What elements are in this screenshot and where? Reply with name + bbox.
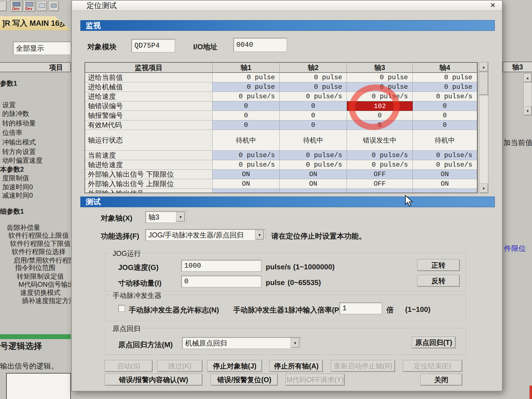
monitor-value-cell: ON [280, 179, 347, 189]
inching-input[interactable]: 0 [181, 276, 261, 287]
action-button[interactable]: 关闭 [420, 374, 462, 386]
action-button[interactable]: 停止对象轴(J) [207, 360, 262, 372]
action-button: M代码OFF请求(Y) [286, 374, 345, 386]
opr-start-button[interactable]: 原点回归(T) [412, 337, 456, 348]
monitor-value-cell: 待机中 [213, 130, 280, 151]
jog-group-label: JOG运行 [110, 249, 143, 258]
bg-scroll-down-icon[interactable]: ▼ [523, 106, 532, 115]
function-select-label: 功能选择(F) [101, 231, 139, 241]
table-row: 外部输入输出信号 [85, 189, 477, 193]
mpg-enable-label: 手动脉冲发生器允许标志(N) [129, 305, 219, 315]
logic-section-text: 输出信号的逻辑。 [0, 361, 58, 371]
tree-item[interactable]: 冲输出模式 [2, 138, 36, 147]
dialog-titlebar[interactable]: 定位测试 ✕ [72, 1, 502, 11]
monitor-value-cell: OFF [347, 179, 413, 189]
tree-item[interactable]: 软件行程限位上限值 [8, 231, 69, 240]
monitor-value-cell: 0 [347, 120, 413, 130]
mpg-enable-checkbox[interactable] [118, 305, 125, 312]
monitor-section-label: 监视 [86, 20, 101, 31]
target-axis-combo[interactable]: 轴3 ▼ [145, 211, 186, 223]
monitor-value-cell: 0 pulse/s [213, 151, 280, 160]
jog-forward-button[interactable]: 正转 [417, 259, 460, 271]
jog-reverse-button[interactable]: 反转 [417, 275, 460, 287]
tree-item[interactable]: 速度切换模式 [20, 288, 60, 297]
monitor-scroll-down-icon[interactable]: ▼ [479, 184, 488, 193]
jog-speed-unit: pulse/s [266, 263, 291, 271]
jog-speed-label: JOG速度(G) [118, 263, 158, 272]
monitor-value-cell: 0 pulse/s [413, 151, 477, 160]
monitor-value-cell: 0 pulse [280, 82, 347, 92]
table-row: 轴错误编号001020 [85, 101, 477, 111]
tree-item[interactable]: 插补速度指定方法 [22, 296, 71, 305]
monitor-value-cell: 0 pulse/s [413, 92, 477, 101]
monitor-value-cell: 0 [413, 111, 477, 120]
tree-item[interactable]: 软件行程限位下限值 [10, 239, 71, 248]
chevron-down-icon[interactable]: ▼ [291, 338, 300, 348]
project-tree: 参数1设置的脉冲数转的移动量位倍率冲输出模式转方向设置动时偏置速度本参数2度限制… [0, 0, 71, 333]
monitor-value-cell: 0 pulse/s [280, 92, 347, 101]
tree-item[interactable]: 设置 [2, 101, 16, 109]
opr-method-combo[interactable]: 机械原点回归 ▼ [182, 337, 301, 349]
monitor-value-cell: 0 [213, 120, 280, 130]
monitor-row-label: 轴报警编号 [85, 111, 213, 120]
monitor-value-cell: 0 pulse/s [280, 151, 347, 160]
monitor-scroll-thumb[interactable] [479, 72, 488, 95]
mpg-magnification-input[interactable]: 1 [339, 302, 382, 314]
inching-unit: pulse [266, 278, 285, 287]
chevron-down-icon[interactable]: ▼ [176, 212, 185, 222]
table-row: 轴报警编号0000 [85, 111, 477, 120]
monitor-col-header: 监视项目 [85, 63, 213, 73]
table-row: 进给机械值0 pulse0 pulse0 pulse0 pulse [85, 82, 477, 92]
monitor-scroll-up-icon[interactable]: ▲ [479, 62, 488, 72]
chevron-down-icon[interactable]: ▼ [255, 230, 264, 240]
tree-item[interactable]: 软件行程限位选择 [12, 247, 66, 256]
module-field[interactable]: QD75P4 [131, 39, 175, 52]
tree-item[interactable]: 转方向设置 [2, 147, 36, 156]
mpg-group-label: 手动脉冲发生器 [110, 291, 164, 300]
monitor-value-cell: 0 [213, 101, 280, 111]
monitor-value-cell: 0 [413, 120, 477, 130]
monitor-value-cell: 0 pulse/s [213, 92, 280, 101]
tree-item[interactable]: 动时偏置速度 [2, 156, 43, 165]
monitor-table: 监视项目轴1轴2轴3轴4进给当前值0 pulse0 pulse0 pulse0 … [85, 62, 478, 193]
tree-item[interactable]: 本参数2 [0, 165, 24, 174]
function-select-combo[interactable]: JOG/手动脉冲发生器/原点回归 ▼ [145, 229, 265, 241]
tree-item[interactable]: 的脉冲数 [2, 109, 29, 118]
tree-item[interactable]: 加速时间0 [2, 183, 33, 192]
monitor-row-label: 进给当前值 [85, 73, 213, 82]
tree-item[interactable]: 转的移动量 [2, 119, 36, 128]
logic-section-bar [0, 334, 71, 339]
tree-item[interactable]: 减速时间0 [2, 191, 33, 200]
jog-speed-input[interactable]: 1000 [181, 260, 261, 272]
action-button[interactable]: 停止所有轴(A) [270, 360, 323, 372]
monitor-row-label: 轴进给速度 [85, 160, 213, 170]
test-section-label: 测试 [86, 197, 101, 207]
action-button: 跳过(K) [157, 360, 202, 372]
tree-item[interactable]: 位倍率 [2, 128, 22, 137]
tree-item[interactable]: 转矩限制设定值 [17, 272, 64, 281]
monitor-value-cell: 0 pulse/s [347, 92, 413, 101]
tree-item[interactable]: 参数1 [0, 79, 17, 88]
monitor-value-cell [347, 189, 413, 193]
table-row: 有效M代码0000 [85, 120, 477, 130]
action-button[interactable]: 错误/报警内容确认(W) [105, 374, 202, 386]
io-address-field[interactable]: 0040 [233, 38, 287, 52]
monitor-value-cell: 0 pulse [280, 73, 347, 82]
monitor-row-label: 轴运行状态 [85, 130, 213, 151]
mpg-magnification-label: 手动脉冲发生器1脉冲输入倍率(P) [233, 305, 342, 315]
opr-method-value: 机械原点回归 [185, 339, 227, 348]
action-button[interactable]: 错误/报警复位(O) [211, 374, 278, 386]
tree-item[interactable]: 细参数1 [0, 207, 24, 216]
table-row: 进给速度0 pulse/s0 pulse/s0 pulse/s0 pulse/s [85, 92, 477, 101]
screen: Dev Dev ]R 写入 MAIN 16步 全部显示 项目 参数1设置的脉冲数… [0, 0, 532, 399]
table-row: 外部输入输出信号 下限限位ONONOFFON [85, 170, 477, 179]
close-icon[interactable]: ✕ [488, 1, 498, 10]
tree-item[interactable]: 指令到位范围 [15, 263, 55, 272]
monitor-row-label: 轴错误编号 [85, 101, 213, 111]
bg-limit-link[interactable]: 件限位 [504, 244, 526, 253]
bg-scroll-up-icon[interactable]: ▲ [523, 73, 532, 82]
tree-item[interactable]: 度限制值 [2, 174, 29, 183]
opr-group-label: 原点回归 [110, 324, 143, 333]
dialog-title: 定位测试 [72, 1, 117, 11]
tree-item[interactable]: M代码ON信号输出时序 [18, 280, 71, 289]
